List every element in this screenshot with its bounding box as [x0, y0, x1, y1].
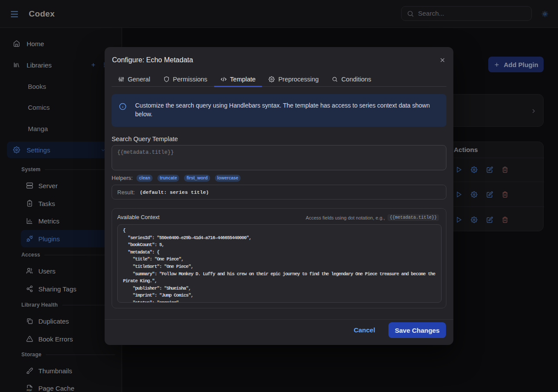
svg-text:PDF: PDF [27, 389, 32, 392]
